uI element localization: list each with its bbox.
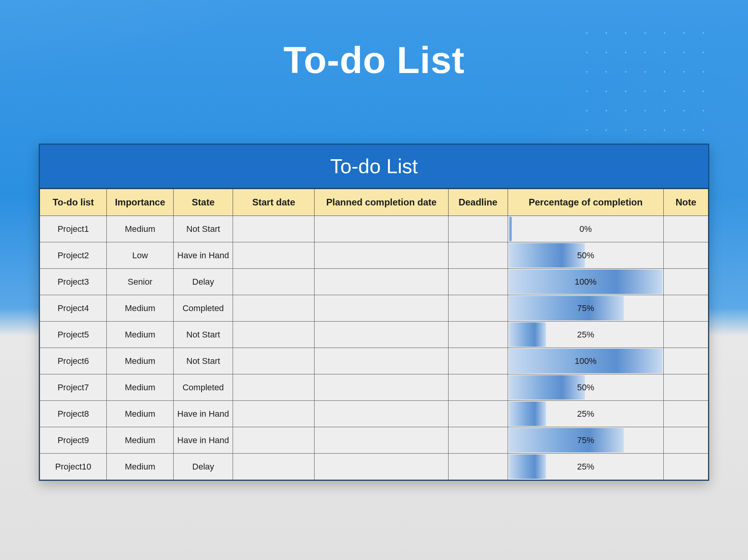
cell-deadline [448,322,508,348]
header-todo: To-do list [40,189,107,216]
cell-percentage: 50% [508,242,664,269]
cell-planned [315,269,448,295]
cell-deadline [448,401,508,427]
cell-deadline [448,269,508,295]
cell-todo: Project2 [40,242,107,269]
cell-start [233,216,315,242]
cell-importance: Senior [107,269,174,295]
cell-importance: Medium [107,374,174,401]
todo-table-container: To-do List To-do list Importance State S… [39,144,709,481]
table-row: Project4MediumCompleted75% [40,295,708,322]
progress-label: 25% [508,322,664,348]
cell-start [233,242,315,269]
cell-importance: Medium [107,454,174,480]
cell-todo: Project5 [40,322,107,348]
cell-state: Delay [174,454,233,480]
cell-importance: Medium [107,401,174,427]
progress-label: 100% [508,269,664,295]
header-percentage: Percentage of completion [508,189,664,216]
cell-start [233,269,315,295]
table-row: Project10MediumDelay25% [40,454,708,480]
cell-note [664,374,708,401]
cell-note [664,322,708,348]
cell-deadline [448,374,508,401]
table-row: Project2LowHave in Hand50% [40,242,708,269]
cell-note [664,401,708,427]
cell-percentage: 75% [508,427,664,454]
table-header-row: To-do list Importance State Start date P… [40,189,708,216]
cell-todo: Project7 [40,374,107,401]
cell-state: Completed [174,374,233,401]
cell-todo: Project1 [40,216,107,242]
progress-label: 75% [508,427,664,453]
page-title: To-do List [0,39,748,82]
cell-start [233,454,315,480]
cell-planned [315,216,448,242]
header-state: State [174,189,233,216]
cell-note [664,295,708,322]
cell-note [664,454,708,480]
cell-planned [315,242,448,269]
cell-start [233,322,315,348]
header-importance: Importance [107,189,174,216]
cell-importance: Low [107,242,174,269]
cell-todo: Project9 [40,427,107,454]
progress-label: 50% [508,242,664,268]
table-title: To-do List [40,144,708,189]
cell-percentage: 100% [508,269,664,295]
header-note: Note [664,189,708,216]
table-row: Project9MediumHave in Hand75% [40,427,708,454]
cell-state: Not Start [174,322,233,348]
cell-start [233,374,315,401]
cell-percentage: 25% [508,322,664,348]
cell-note [664,348,708,374]
progress-label: 0% [508,216,664,242]
cell-note [664,269,708,295]
cell-deadline [448,242,508,269]
todo-table: To-do list Importance State Start date P… [40,189,708,480]
cell-percentage: 75% [508,295,664,322]
cell-deadline [448,454,508,480]
cell-importance: Medium [107,216,174,242]
header-start-date: Start date [233,189,315,216]
header-planned-completion: Planned completion date [315,189,448,216]
cell-todo: Project3 [40,269,107,295]
cell-state: Completed [174,295,233,322]
table-row: Project1MediumNot Start0% [40,216,708,242]
cell-planned [315,454,448,480]
cell-note [664,242,708,269]
cell-importance: Medium [107,427,174,454]
cell-planned [315,295,448,322]
cell-importance: Medium [107,322,174,348]
cell-percentage: 100% [508,348,664,374]
cell-planned [315,348,448,374]
cell-note [664,216,708,242]
table-row: Project3SeniorDelay100% [40,269,708,295]
cell-todo: Project6 [40,348,107,374]
table-row: Project7MediumCompleted50% [40,374,708,401]
header-deadline: Deadline [448,189,508,216]
progress-label: 50% [508,374,664,400]
progress-label: 25% [508,454,664,480]
cell-percentage: 25% [508,454,664,480]
cell-todo: Project4 [40,295,107,322]
table-row: Project5MediumNot Start25% [40,322,708,348]
cell-todo: Project10 [40,454,107,480]
cell-deadline [448,427,508,454]
cell-planned [315,401,448,427]
progress-label: 100% [508,348,664,374]
cell-deadline [448,295,508,322]
cell-planned [315,427,448,454]
cell-state: Delay [174,269,233,295]
table-row: Project8MediumHave in Hand25% [40,401,708,427]
cell-planned [315,322,448,348]
cell-state: Not Start [174,216,233,242]
progress-label: 75% [508,295,664,321]
cell-todo: Project8 [40,401,107,427]
cell-importance: Medium [107,348,174,374]
cell-importance: Medium [107,295,174,322]
cell-start [233,401,315,427]
cell-percentage: 50% [508,374,664,401]
cell-deadline [448,348,508,374]
cell-percentage: 25% [508,401,664,427]
